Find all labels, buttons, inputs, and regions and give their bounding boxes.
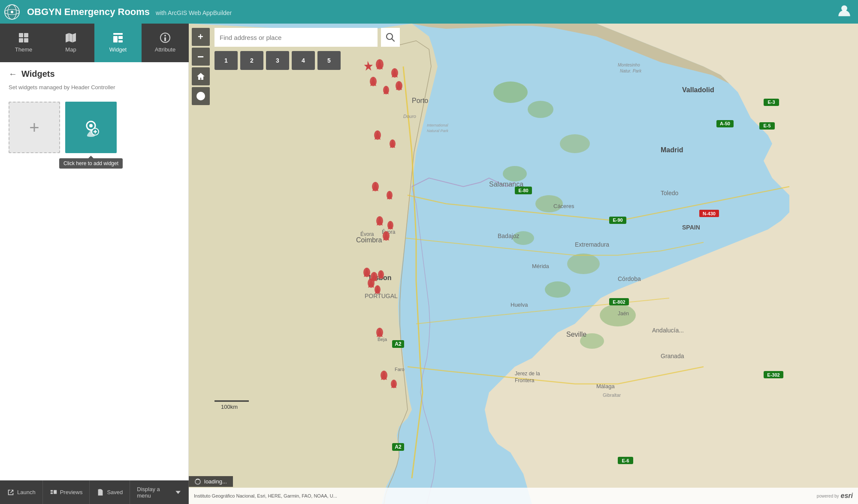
zoom-out-icon: −: [197, 52, 204, 61]
search-button[interactable]: [381, 28, 400, 47]
svg-text:Badajoz: Badajoz: [498, 232, 520, 239]
zoom-out-button[interactable]: −: [192, 48, 210, 66]
svg-text:Mérida: Mérida: [532, 263, 550, 269]
svg-text:Natur. Park: Natur. Park: [620, 69, 642, 73]
map-area: Porto Coimbra PORTUGAL Évora Beja Faro É…: [189, 24, 858, 504]
slot-4-label: 4: [302, 57, 305, 64]
launch-button[interactable]: Launch: [0, 480, 43, 504]
tab-attribute[interactable]: Attribute: [142, 24, 189, 62]
widget-slot-2[interactable]: 2: [240, 51, 263, 70]
svg-text:International: International: [427, 123, 449, 127]
svg-point-27: [503, 166, 527, 181]
builder-nav: Theme Map Widget Attribute: [0, 24, 189, 62]
svg-line-137: [392, 39, 395, 42]
tab-widget[interactable]: Widget: [94, 24, 142, 62]
svg-point-31: [545, 281, 571, 298]
svg-text:Toledo: Toledo: [661, 190, 678, 196]
app-title: OBGYN Emergency Rooms: [27, 6, 150, 18]
svg-text:Frontera: Frontera: [515, 377, 535, 383]
add-widget-icon: +: [29, 119, 39, 136]
display-menu-button[interactable]: Display a menu: [130, 480, 189, 504]
svg-point-30: [567, 254, 600, 274]
svg-rect-21: [54, 490, 57, 494]
svg-text:Porto: Porto: [412, 97, 428, 104]
app-logo: [0, 0, 24, 24]
map-svg: Porto Coimbra PORTUGAL Évora Beja Faro É…: [189, 24, 858, 504]
svg-text:E-6: E-6: [622, 458, 629, 463]
launch-label: Launch: [17, 489, 36, 495]
back-button[interactable]: ←: [9, 69, 17, 79]
add-widget-button[interactable]: +: [9, 102, 60, 153]
tab-map[interactable]: Map: [47, 24, 94, 62]
svg-text:Évora: Évora: [360, 231, 374, 237]
widget-grid: + Click here to add widget: [0, 97, 188, 157]
esri-label: esri: [841, 492, 853, 500]
svg-text:Montesinho: Montesinho: [618, 63, 640, 67]
loading-text: loading...: [204, 478, 227, 485]
zoom-in-icon: +: [198, 32, 203, 42]
widget-slot-3[interactable]: 3: [266, 51, 289, 70]
svg-text:A-50: A-50: [720, 121, 730, 126]
app-subtitle: with ArcGIS Web AppBuilder: [156, 9, 232, 16]
svg-text:Faro: Faro: [395, 367, 405, 372]
svg-rect-9: [113, 33, 123, 35]
widget-item-locator[interactable]: Click here to add widget: [65, 102, 117, 153]
svg-text:Valladolid: Valladolid: [682, 86, 714, 94]
svg-rect-19: [50, 490, 52, 492]
svg-point-14: [164, 35, 166, 36]
panel-header: ← Widgets: [0, 62, 188, 82]
svg-rect-12: [118, 40, 123, 42]
svg-point-25: [528, 101, 553, 118]
map-toolbar: + −: [189, 24, 212, 105]
svg-text:Madrid: Madrid: [661, 146, 683, 154]
panel-subtitle: Set widgets managed by Header Controller: [0, 82, 188, 97]
panel-title: Widgets: [21, 69, 55, 79]
tab-theme[interactable]: Theme: [0, 24, 47, 62]
svg-point-24: [493, 81, 528, 103]
saved-label: Saved: [107, 489, 123, 495]
home-button[interactable]: [192, 67, 210, 85]
attribution-text: Instituto Geográfico Nacional, Esri, HER…: [194, 493, 337, 498]
widget-slot-4[interactable]: 4: [292, 51, 315, 70]
svg-text:100km: 100km: [221, 404, 238, 410]
svg-text:PORTUGAL: PORTUGAL: [365, 293, 398, 299]
svg-text:E-3: E-3: [767, 100, 775, 105]
svg-text:E-5: E-5: [763, 123, 770, 128]
svg-rect-5: [19, 33, 23, 37]
svg-text:A2: A2: [395, 444, 402, 450]
left-panel: ← Widgets Set widgets managed by Header …: [0, 62, 189, 480]
svg-text:Coimbra: Coimbra: [356, 236, 382, 244]
svg-text:E-90: E-90: [613, 217, 622, 223]
home-icon: [196, 72, 205, 81]
svg-text:Cáceres: Cáceres: [553, 203, 574, 209]
search-input[interactable]: [214, 28, 378, 47]
tab-map-label: Map: [65, 46, 76, 53]
widget-slot-5[interactable]: 5: [317, 51, 341, 70]
svg-rect-10: [113, 36, 118, 42]
svg-text:Seville: Seville: [566, 331, 586, 338]
user-icon[interactable]: [837, 3, 851, 20]
saved-button[interactable]: Saved: [90, 480, 130, 504]
widget-slot-1[interactable]: 1: [214, 51, 238, 70]
svg-rect-15: [164, 37, 166, 41]
previews-button[interactable]: Previews: [43, 480, 90, 504]
previews-label: Previews: [60, 489, 83, 495]
geolocate-button[interactable]: [192, 87, 210, 105]
svg-text:Beja: Beja: [378, 337, 387, 342]
map-background: Porto Coimbra PORTUGAL Évora Beja Faro É…: [189, 24, 858, 504]
svg-text:Málaga: Málaga: [596, 383, 615, 389]
svg-text:Douro: Douro: [403, 114, 416, 119]
svg-point-17: [89, 124, 93, 127]
slot-1-label: 1: [224, 57, 228, 64]
svg-text:E-302: E-302: [767, 372, 779, 377]
svg-text:Jerez de la: Jerez de la: [515, 371, 540, 377]
widget-tooltip: Click here to add widget: [59, 158, 123, 169]
app-header: OBGYN Emergency Rooms with ArcGIS Web Ap…: [0, 0, 858, 24]
map-search-bar: [214, 28, 854, 47]
search-icon: [386, 33, 395, 42]
zoom-in-button[interactable]: +: [192, 28, 210, 46]
slot-5-label: 5: [327, 57, 331, 64]
widget-slots-row: 1 2 3 4 5: [214, 51, 341, 70]
svg-rect-6: [24, 33, 28, 37]
tab-widget-label: Widget: [109, 46, 127, 53]
